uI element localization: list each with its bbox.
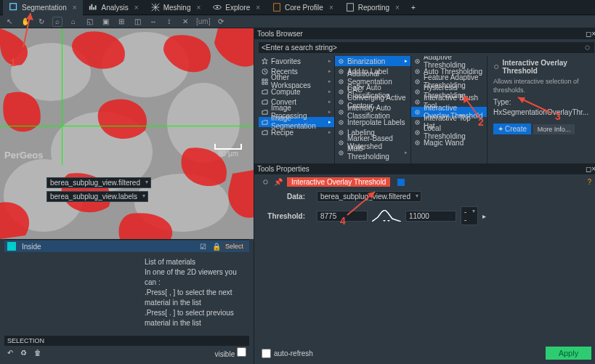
threshold-mode-select[interactable]: -- — [461, 206, 478, 225]
svg-point-42 — [417, 60, 418, 62]
selection-header: SELECTION — [4, 336, 249, 346]
auto-refresh-checkbox[interactable]: auto-refresh — [262, 349, 313, 358]
item-icon — [338, 109, 344, 116]
more-info-button[interactable]: More Info... — [533, 124, 575, 134]
svg-point-36 — [341, 132, 342, 133]
browser-item[interactable]: Multi-Thresholding▸ — [335, 147, 410, 158]
lock-icon[interactable]: 🔒 — [212, 243, 221, 251]
data-select[interactable]: berea_subplug_view.filtered — [317, 191, 421, 202]
threshold-hi-input[interactable] — [405, 211, 456, 222]
image-select[interactable]: berea_subplug_view.filtered — [46, 177, 151, 188]
close-icon[interactable]: × — [256, 4, 260, 12]
tab-meshing[interactable]: Meshing× — [145, 0, 207, 15]
labelfield-select[interactable]: berea_subplug_view.labels — [46, 191, 148, 202]
browser-item[interactable]: Other Workspaces▸ — [259, 76, 334, 86]
svg-point-26 — [341, 81, 342, 82]
dir-icon[interactable]: ↔ — [148, 17, 158, 27]
svg-point-22 — [341, 60, 342, 62]
help-icon[interactable]: ? — [588, 178, 592, 186]
threshold-lo-input[interactable] — [317, 211, 368, 222]
close-icon[interactable]: × — [591, 30, 595, 38]
browser-item[interactable]: Adaptive Thresholding — [411, 56, 487, 66]
output-port[interactable] — [397, 179, 405, 186]
item-icon — [262, 129, 268, 136]
zoom-icon[interactable]: ⌕ — [52, 17, 62, 27]
tab-analysis[interactable]: Analysis× — [83, 0, 145, 15]
trash-icon[interactable]: 🗑 — [34, 349, 41, 357]
visible-label: visible — [214, 350, 235, 358]
visible-icon[interactable]: ☑ — [200, 243, 206, 251]
cursor-icon[interactable]: ↖ — [4, 17, 15, 27]
close-icon[interactable]: × — [73, 4, 77, 12]
browser-item[interactable]: Intensity Auto Classification — [335, 107, 410, 117]
svg-point-28 — [341, 91, 342, 92]
hand-icon[interactable]: ✋ — [20, 17, 31, 27]
item-icon — [414, 109, 421, 116]
rotate-icon[interactable]: ↻ — [36, 17, 46, 27]
close-icon[interactable]: × — [134, 4, 139, 12]
svg-point-14 — [586, 46, 590, 50]
close-icon[interactable]: × — [591, 165, 595, 173]
svg-point-40 — [341, 152, 342, 153]
browser-item[interactable]: Interpolate Labels — [335, 117, 410, 127]
item-icon — [338, 68, 344, 75]
undo-icon[interactable]: ↶ — [7, 349, 13, 357]
svg-rect-20 — [265, 82, 267, 84]
chart-icon — [89, 2, 99, 12]
home-icon[interactable]: ⌂ — [68, 17, 78, 27]
browser-item[interactable]: Local Thresholding — [411, 127, 487, 137]
browser-item[interactable]: Favorites▸ — [259, 56, 334, 66]
fit-icon[interactable]: ◱ — [84, 17, 94, 27]
point-icon[interactable]: ⟟ — [164, 17, 174, 27]
tab-bar: Segmentation× Analysis× Meshing× Explore… — [0, 0, 595, 15]
close-icon[interactable]: × — [329, 4, 333, 12]
browser-item[interactable]: Image Segmentation▸ — [259, 117, 334, 127]
tab-add[interactable]: + — [405, 0, 421, 15]
svg-point-32 — [341, 111, 342, 113]
refresh-icon[interactable]: ⟳ — [216, 17, 226, 27]
gear-icon[interactable] — [262, 178, 270, 186]
svg-point-56 — [417, 132, 418, 133]
tab-reporting[interactable]: Reporting× — [339, 0, 405, 15]
tab-explore[interactable]: Explore× — [206, 0, 266, 15]
tab-segmentation[interactable]: Segmentation× — [3, 0, 83, 15]
apply-button[interactable]: Apply — [546, 347, 592, 360]
tools-properties: 📌 Interactive Overlay Threshold ? Data: … — [254, 174, 595, 364]
materials-help: List of materialsIn one of the 2D viewer… — [140, 253, 249, 333]
browser-item[interactable]: Binarization▸ — [335, 56, 410, 66]
snap-icon[interactable]: ✕ — [180, 17, 190, 27]
svg-point-24 — [341, 70, 342, 72]
select-button[interactable]: Select — [222, 243, 246, 250]
gear-icon[interactable] — [583, 44, 591, 52]
axes-icon[interactable]: ⊞ — [116, 17, 126, 27]
selection-visible-checkbox[interactable] — [237, 347, 246, 357]
svg-marker-62 — [387, 220, 390, 222]
module-pill[interactable]: Interactive Overlay Threshold — [287, 177, 390, 187]
item-icon — [262, 68, 268, 75]
svg-point-58 — [417, 142, 418, 143]
create-button[interactable]: ✦Create — [493, 124, 531, 134]
search-input[interactable]: <Enter a search string> — [259, 42, 594, 53]
histogram-icon[interactable] — [372, 210, 401, 222]
svg-rect-18 — [265, 78, 267, 81]
svg-point-34 — [341, 121, 342, 123]
material-row[interactable]: Inside ☑🔒 Select — [4, 240, 249, 252]
cube-icon[interactable]: ▣ — [100, 17, 110, 27]
segmentation-overlay — [0, 28, 254, 239]
ortho-icon[interactable]: ◫ — [132, 17, 142, 27]
pin-icon[interactable]: 📌 — [274, 178, 283, 186]
report-icon — [345, 2, 355, 12]
threshold-label: Threshold: — [262, 212, 305, 220]
viewport[interactable]: 80 µm PerGeos — [0, 28, 254, 165]
recycle-icon[interactable]: ♻ — [20, 349, 27, 357]
close-icon[interactable]: × — [395, 4, 400, 12]
item-icon — [338, 89, 344, 95]
profile-icon — [272, 2, 282, 12]
tab-coreprofile[interactable]: Core Profile× — [266, 0, 339, 15]
tools-browser-title: Tools Browser — [257, 30, 303, 38]
item-icon — [262, 99, 268, 105]
color-swatch — [7, 242, 16, 251]
close-icon[interactable]: × — [196, 4, 201, 12]
chevron-right-icon[interactable]: ▸ — [482, 212, 486, 220]
item-icon — [414, 68, 421, 75]
